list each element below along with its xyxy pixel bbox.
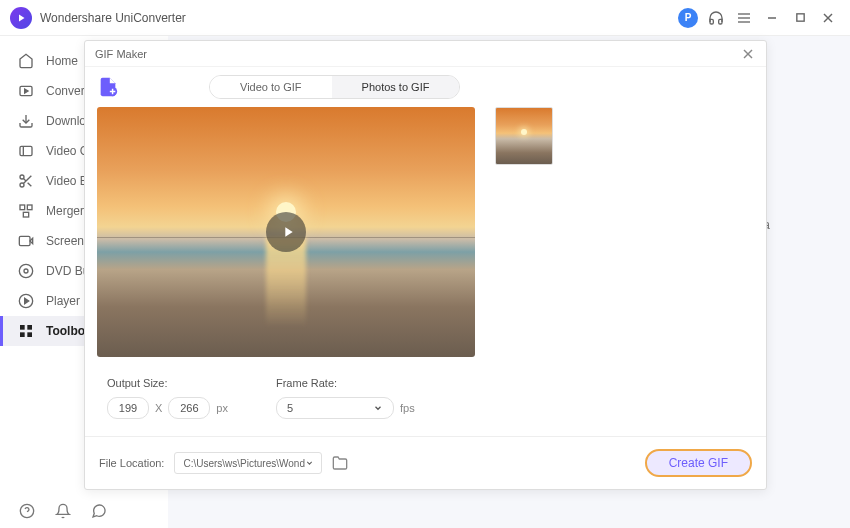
svg-marker-25: [25, 298, 29, 303]
svg-line-16: [23, 178, 26, 181]
file-location-label: File Location:: [99, 457, 164, 469]
tab-photos-to-gif[interactable]: Photos to GIF: [332, 76, 460, 98]
play-icon: [18, 293, 34, 309]
frame-rate-label: Frame Rate:: [276, 377, 415, 389]
toolbox-icon: [18, 323, 34, 339]
tab-video-to-gif[interactable]: Video to GIF: [210, 76, 332, 98]
create-gif-button[interactable]: Create GIF: [645, 449, 752, 477]
menu-icon[interactable]: [732, 6, 756, 30]
output-width-input[interactable]: [107, 397, 149, 419]
titlebar: Wondershare UniConverter P: [0, 0, 850, 36]
compress-icon: [18, 143, 34, 159]
svg-point-22: [19, 264, 32, 277]
svg-rect-27: [27, 325, 32, 330]
feedback-icon[interactable]: [90, 502, 108, 520]
play-button[interactable]: [266, 212, 306, 252]
close-icon[interactable]: [740, 46, 756, 62]
svg-rect-18: [27, 205, 32, 210]
frame-rate-select[interactable]: 5: [276, 397, 394, 419]
svg-point-23: [24, 269, 28, 273]
sidebar-item-label: Player: [46, 294, 80, 308]
svg-marker-8: [25, 89, 28, 93]
thumbnail-list: [495, 107, 553, 357]
output-size-label: Output Size:: [107, 377, 228, 389]
sidebar-item-label: Home: [46, 54, 78, 68]
bottom-bar: [18, 502, 108, 520]
scissors-icon: [18, 173, 34, 189]
add-file-button[interactable]: [97, 76, 119, 98]
app-title: Wondershare UniConverter: [40, 11, 186, 25]
app-logo: [10, 7, 32, 29]
tab-segment: Video to GIF Photos to GIF: [209, 75, 460, 99]
maximize-button[interactable]: [788, 6, 812, 30]
folder-icon[interactable]: [332, 455, 348, 471]
disc-icon: [18, 263, 34, 279]
svg-rect-26: [20, 325, 25, 330]
download-icon: [18, 113, 34, 129]
svg-rect-29: [27, 332, 32, 337]
fps-unit: fps: [400, 402, 415, 414]
svg-point-13: [20, 183, 24, 187]
headphones-icon[interactable]: [704, 6, 728, 30]
gif-maker-modal: GIF Maker Video to GIF Photos to GIF Ou: [84, 40, 767, 490]
home-icon: [18, 53, 34, 69]
svg-point-12: [20, 175, 24, 179]
svg-rect-20: [19, 236, 30, 245]
px-unit: px: [216, 402, 228, 414]
converter-icon: [18, 83, 34, 99]
sidebar-item-label: Merger: [46, 204, 84, 218]
thumbnail[interactable]: [495, 107, 553, 165]
svg-rect-10: [20, 146, 32, 155]
help-icon[interactable]: [18, 502, 36, 520]
chevron-down-icon: [373, 403, 383, 413]
bell-icon[interactable]: [54, 502, 72, 520]
record-icon: [18, 233, 34, 249]
close-button[interactable]: [816, 6, 840, 30]
chevron-down-icon: [305, 458, 314, 468]
file-location-select[interactable]: C:\Users\ws\Pictures\Wonders: [174, 452, 322, 474]
merge-icon: [18, 203, 34, 219]
preview-image: [97, 107, 475, 357]
x-separator: X: [155, 402, 162, 414]
output-height-input[interactable]: [168, 397, 210, 419]
minimize-button[interactable]: [760, 6, 784, 30]
svg-rect-28: [20, 332, 25, 337]
svg-rect-4: [796, 14, 803, 21]
avatar[interactable]: P: [676, 6, 700, 30]
modal-title: GIF Maker: [95, 48, 147, 60]
svg-rect-19: [23, 212, 28, 217]
svg-rect-17: [20, 205, 25, 210]
svg-line-15: [28, 183, 32, 187]
